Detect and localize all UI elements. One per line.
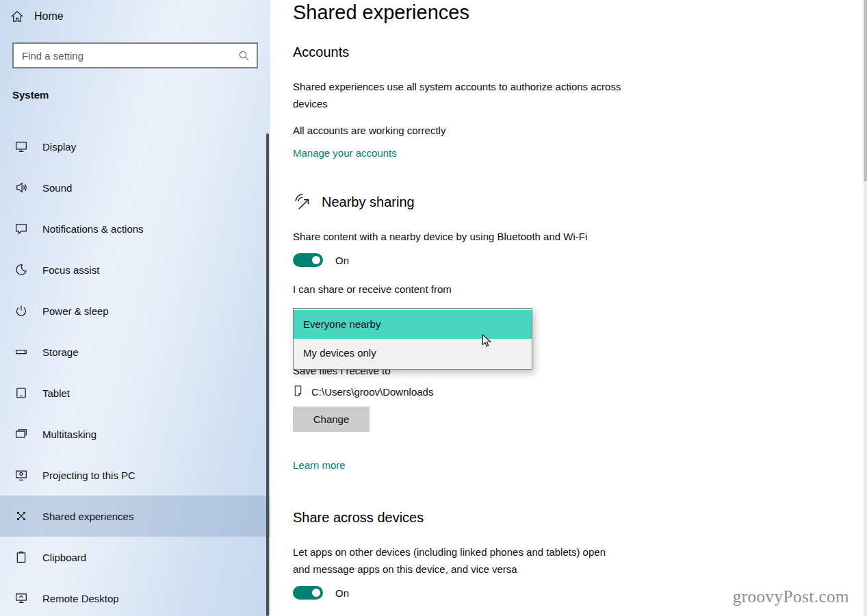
power-sleep-icon	[15, 305, 27, 317]
sidebar-item-shared-experiences[interactable]: Shared experiences	[0, 496, 270, 537]
toggle-knob	[312, 256, 320, 264]
storage-icon	[15, 346, 27, 358]
search-box[interactable]	[12, 42, 258, 68]
share-across-toggle[interactable]	[293, 586, 323, 600]
notifications-icon	[15, 222, 27, 235]
multitasking-icon	[15, 428, 27, 440]
share-across-toggle-state: On	[335, 587, 349, 599]
nearby-sharing-toggle[interactable]	[293, 253, 323, 267]
share-across-heading: Share across devices	[293, 510, 690, 526]
sidebar-item-remote-desktop[interactable]: Remote Desktop	[0, 578, 270, 616]
sidebar-item-projecting[interactable]: Projecting to this PC	[0, 454, 270, 496]
save-path-row: C:\Users\groov\Downloads	[293, 385, 690, 398]
shared-experiences-icon	[15, 510, 27, 522]
accounts-heading: Accounts	[293, 44, 690, 60]
page-title: Shared experiences	[293, 1, 690, 24]
toggle-knob	[312, 589, 320, 597]
focus-assist-icon	[15, 264, 27, 276]
change-button[interactable]: Change	[293, 407, 370, 432]
sidebar-item-label: Sound	[42, 182, 72, 194]
manage-accounts-link[interactable]: Manage your accounts	[293, 147, 397, 159]
sidebar-item-label: Tablet	[42, 387, 70, 399]
sidebar-item-label: Clipboard	[42, 552, 86, 563]
search-icon	[238, 50, 250, 62]
sidebar-item-multitasking[interactable]: Multitasking	[0, 413, 270, 454]
projecting-icon	[15, 469, 27, 481]
page-scrollbar-thumb[interactable]	[864, 0, 867, 181]
nearby-toggle-state: On	[335, 255, 349, 266]
sidebar-item-label: Power & sleep	[42, 305, 109, 317]
dropdown-option-my-devices-only[interactable]: My devices only	[294, 339, 532, 368]
share-from-dropdown: Everyone nearby My devices only	[293, 308, 532, 370]
accounts-status: All accounts are working correctly	[293, 122, 690, 139]
windows-settings-window: { "colors": { "accent": "#008272", "drop…	[0, 0, 867, 616]
sidebar-item-clipboard[interactable]: Clipboard	[0, 537, 270, 578]
sidebar-scrollbar[interactable]	[266, 133, 269, 616]
dropdown-option-everyone-nearby[interactable]: Everyone nearby	[294, 310, 532, 339]
settings-sidebar: Home System Display Sound Notifications …	[0, 0, 270, 616]
sidebar-item-label: Projecting to this PC	[42, 470, 135, 481]
watermark: groovyPost.com	[733, 587, 849, 606]
nearby-description: Share content with a nearby device by us…	[293, 228, 690, 245]
display-icon	[15, 140, 27, 153]
sidebar-item-label: Notifications & actions	[42, 223, 144, 235]
sidebar-item-focus-assist[interactable]: Focus assist	[0, 249, 270, 290]
save-path-value: C:\Users\groov\Downloads	[311, 386, 433, 398]
sidebar-item-tablet[interactable]: Tablet	[0, 372, 270, 413]
share-across-description: Let apps on other devices (including lin…	[293, 543, 690, 578]
sound-icon	[15, 181, 27, 194]
nearby-sharing-header: Nearby sharing	[293, 192, 690, 211]
accounts-description: Shared experiences use all system accoun…	[293, 78, 690, 112]
sidebar-item-sound[interactable]: Sound	[0, 167, 270, 208]
sidebar-item-notifications[interactable]: Notifications & actions	[0, 208, 270, 249]
sidebar-item-storage[interactable]: Storage	[0, 331, 270, 372]
share-from-label: I can share or receive content from	[293, 281, 690, 298]
learn-more-link[interactable]: Learn more	[293, 459, 346, 471]
tablet-icon	[15, 387, 27, 399]
mouse-cursor	[480, 334, 493, 348]
share-across-toggle-row: On	[293, 586, 690, 600]
search-input[interactable]	[15, 44, 238, 67]
sidebar-item-label: Storage	[42, 346, 79, 358]
home-icon	[11, 10, 23, 23]
nearby-toggle-row: On	[293, 253, 690, 267]
nearby-sharing-heading: Nearby sharing	[322, 194, 415, 210]
sidebar-nav: Display Sound Notifications & actions Fo…	[0, 126, 270, 616]
file-icon	[293, 385, 305, 398]
sidebar-section-title: System	[12, 89, 258, 101]
clipboard-icon	[15, 551, 27, 563]
sidebar-item-label: Shared experiences	[42, 511, 133, 522]
sidebar-item-display[interactable]: Display	[0, 126, 270, 167]
sidebar-item-power-sleep[interactable]: Power & sleep	[0, 290, 270, 331]
sidebar-item-home[interactable]: Home	[0, 0, 270, 33]
sidebar-item-label: Display	[42, 141, 76, 153]
sidebar-item-label: Multitasking	[42, 428, 96, 440]
main-content: Shared experiences Accounts Shared exper…	[293, 0, 690, 600]
nearby-sharing-icon	[293, 192, 312, 211]
page-scrollbar[interactable]	[864, 0, 867, 616]
sidebar-item-label: Focus assist	[42, 264, 99, 276]
home-label: Home	[34, 10, 64, 23]
sidebar-item-label: Remote Desktop	[42, 593, 119, 604]
remote-desktop-icon	[15, 592, 27, 604]
